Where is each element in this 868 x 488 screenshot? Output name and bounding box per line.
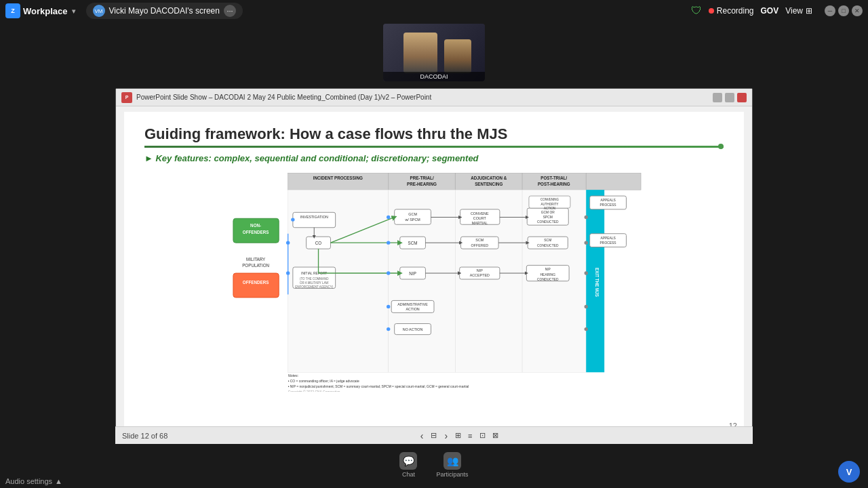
ppt-title: PowerPoint Slide Show – DACODAI 2 May 24… [136, 94, 431, 101]
slide-nav-label: Slide 12 of 68 [122, 432, 167, 440]
svg-text:CONVENING: CONVENING [540, 198, 559, 201]
video-participant-label: DACODAI [383, 72, 485, 81]
ppt-window-controls [713, 93, 747, 102]
svg-text:SCM: SCM [408, 241, 418, 245]
svg-text:NIP: NIP [545, 268, 551, 271]
svg-text:CONVENE: CONVENE [471, 211, 489, 216]
svg-text:POST-HEARING: POST-HEARING [538, 182, 570, 186]
screen-share-label: Vicki Mayo DACODAI's screen [109, 6, 220, 16]
svg-text:EXIT THE MJS: EXIT THE MJS [595, 268, 599, 297]
view-label: View [785, 6, 803, 16]
svg-text:Copyright © 2022 CNA Corporati: Copyright © 2022 CNA Corporation [288, 390, 340, 392]
svg-text:CO: CO [315, 241, 322, 245]
slide-zoom-button[interactable]: ⊠ [490, 431, 500, 440]
ppt-close-button[interactable] [737, 93, 747, 102]
svg-text:NON-: NON- [250, 223, 261, 228]
svg-rect-70 [590, 234, 627, 247]
svg-text:SCM: SCM [544, 239, 551, 242]
slide-content: Guiding framework: How a case flows thru… [124, 112, 744, 432]
svg-text:POST-TRIAL/: POST-TRIAL/ [540, 176, 567, 180]
security-badge: 🛡 [691, 5, 702, 17]
svg-text:• CO = commanding officer; IA : • CO = commanding officer; IA = judge ad… [288, 380, 359, 383]
slide-notes-button[interactable]: ⊡ [477, 431, 488, 440]
minimize-button[interactable]: ─ [825, 5, 835, 16]
svg-text:• NIP = nonjudicial punishment: • NIP = nonjudicial punishment; SCM = su… [288, 385, 469, 388]
svg-text:CONDUCTED: CONDUCTED [537, 220, 559, 224]
svg-point-97 [387, 241, 390, 244]
recording-badge: Recording [709, 6, 754, 16]
svg-point-100 [387, 327, 390, 331]
svg-point-105 [585, 271, 588, 274]
svg-point-93 [291, 218, 294, 221]
right-controls: 🛡 Recording GOV View ⊞ ─ □ ✕ [691, 5, 863, 17]
svg-text:PRE-TRIAL/: PRE-TRIAL/ [410, 176, 433, 180]
svg-text:ACTION: ACTION [544, 207, 555, 210]
svg-text:MARTIAL: MARTIAL [472, 221, 488, 225]
ppt-minimize-button[interactable] [713, 93, 722, 102]
svg-text:APPEALS: APPEALS [600, 237, 616, 240]
ppt-restore-button[interactable] [725, 93, 734, 102]
user-avatar: VM [93, 5, 105, 17]
powerpoint-icon: P [121, 92, 132, 103]
slide-subtitle: Key features: complex, sequential and co… [144, 153, 724, 163]
video-thumbnail: DACODAI [383, 24, 485, 81]
gov-label: GOV [761, 6, 779, 16]
svg-text:SENTENCING: SENTENCING [475, 182, 502, 186]
toolbar-chat[interactable]: 💬 Chat [391, 449, 425, 481]
ppt-window: P PowerPoint Slide Show – DACODAI 2 May … [115, 88, 753, 444]
svg-text:w/ SPCM: w/ SPCM [404, 218, 420, 222]
slide-title-underline [144, 146, 724, 148]
svg-text:PROCESS: PROCESS [600, 241, 617, 245]
svg-text:(TO THE COMMAND: (TO THE COMMAND [300, 277, 329, 281]
svg-text:SPCM: SPCM [543, 216, 553, 219]
maximize-button[interactable]: □ [838, 5, 849, 16]
svg-text:NO ACTION: NO ACTION [403, 327, 423, 331]
slide-panel-button[interactable]: ⊟ [429, 431, 439, 440]
svg-rect-23 [233, 273, 279, 298]
svg-text:CONDUCTED: CONDUCTED [537, 244, 559, 247]
recording-dot [709, 8, 714, 14]
audio-settings-button[interactable]: Audio settings ▲ [5, 477, 62, 485]
svg-rect-67 [590, 196, 627, 209]
svg-text:NIP: NIP [409, 271, 416, 276]
participants-icon: 👥 [443, 452, 461, 470]
svg-text:OFFERED: OFFERED [471, 243, 488, 247]
svg-point-99 [387, 305, 390, 308]
window-controls: ─ □ ✕ [825, 5, 863, 16]
shield-icon: 🛡 [691, 5, 702, 17]
chat-label: Chat [402, 471, 415, 478]
slide-grid-button[interactable]: ⊞ [453, 431, 463, 440]
svg-point-96 [387, 216, 390, 219]
svg-text:MILITARY: MILITARY [246, 257, 266, 262]
slide-navigation[interactable]: ‹ ⊟ › ⊞ ≡ ⊡ ⊠ [418, 430, 500, 441]
svg-text:CONDUCTED: CONDUCTED [537, 278, 559, 281]
dropdown-arrow-icon[interactable]: ▾ [72, 7, 75, 15]
slide-outline-button[interactable]: ≡ [466, 432, 474, 440]
bottom-toolbar: 💬 Chat 👥 Participants Audio settings ▲ V [0, 444, 868, 488]
more-options-button[interactable]: ··· [224, 5, 236, 17]
svg-text:SCM: SCM [475, 238, 484, 242]
svg-point-104 [585, 241, 588, 244]
svg-text:INVESTIGATION: INVESTIGATION [300, 215, 328, 219]
grid-icon: ⊞ [806, 6, 812, 16]
top-bar: Z Workplace ▾ VM Vicki Mayo DACODAI's sc… [0, 0, 868, 22]
svg-text:GCM OR: GCM OR [541, 211, 555, 214]
svg-text:NIP: NIP [477, 268, 483, 272]
view-button[interactable]: View ⊞ [785, 6, 812, 16]
svg-text:APPEALS: APPEALS [600, 199, 616, 202]
next-slide-button[interactable]: › [441, 430, 450, 441]
svg-text:ACCEPTED: ACCEPTED [470, 273, 490, 277]
toolbar-participants[interactable]: 👥 Participants [428, 449, 476, 481]
audio-settings-chevron: ▲ [55, 477, 62, 485]
prev-slide-button[interactable]: ‹ [418, 430, 427, 441]
svg-point-103 [585, 216, 588, 219]
ppt-titlebar: P PowerPoint Slide Show – DACODAI 2 May … [116, 89, 752, 106]
svg-point-106 [585, 305, 588, 308]
close-button[interactable]: ✕ [852, 5, 863, 16]
zoom-icon: Z [5, 3, 20, 18]
slide-bottom-bar: Slide 12 of 68 ‹ ⊟ › ⊞ ≡ ⊡ ⊠ [115, 426, 753, 444]
audio-settings-label: Audio settings [5, 477, 52, 485]
toolbar-items: 💬 Chat 👥 Participants [391, 449, 476, 481]
svg-text:ADMINISTRATIVE: ADMINISTRATIVE [397, 302, 428, 306]
svg-point-98 [387, 271, 390, 274]
